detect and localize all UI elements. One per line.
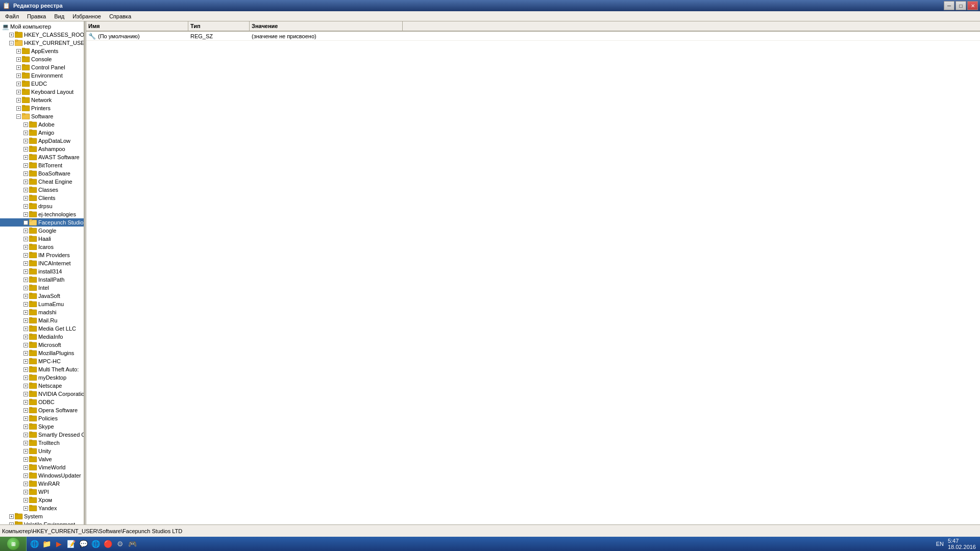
- tree-item[interactable]: + Хром: [0, 496, 84, 504]
- taskbar-settings[interactable]: ⚙: [114, 538, 126, 549]
- tree-item-label: Environment: [31, 72, 63, 79]
- tree-item[interactable]: + Microsoft: [0, 341, 84, 349]
- tree-item[interactable]: + Clients: [0, 194, 84, 202]
- tree-item[interactable]: + Adobe: [0, 120, 84, 129]
- tree-item[interactable]: + Keyboard Layout: [0, 88, 84, 96]
- menu-help[interactable]: Справка: [105, 12, 135, 20]
- taskbar-explorer[interactable]: 📁: [41, 538, 52, 549]
- svg-rect-91: [29, 399, 32, 400]
- tree-item[interactable]: + drpsu: [0, 202, 84, 210]
- tree-item-label: NVIDIA Corporatio: [38, 391, 84, 397]
- registry-tree[interactable]: 💻Мой компьютер+ HKEY_CLASSES_ROOT− HKEY_…: [0, 21, 84, 524]
- tree-item[interactable]: 💻Мой компьютер: [0, 22, 84, 31]
- tree-item[interactable]: + Mail.Ru: [0, 316, 84, 324]
- svg-rect-43: [29, 203, 32, 205]
- tree-item[interactable]: + AppEvents: [0, 47, 84, 55]
- tree-item[interactable]: + HKEY_CLASSES_ROOT: [0, 31, 84, 39]
- maximize-button[interactable]: □: [955, 1, 966, 10]
- taskbar-skype[interactable]: 💬: [78, 538, 89, 549]
- tree-item[interactable]: + BitTorrent: [0, 161, 84, 169]
- taskbar-ie[interactable]: 🌐: [29, 538, 40, 549]
- column-type-header[interactable]: Тип: [188, 21, 250, 31]
- tree-item[interactable]: + INCAInternet: [0, 259, 84, 267]
- tree-item[interactable]: + MediaInfo: [0, 333, 84, 341]
- tree-item[interactable]: + Haali: [0, 235, 84, 243]
- tree-item-label: WinRAR: [38, 481, 60, 487]
- tree-item[interactable]: + Media Get LLC: [0, 324, 84, 333]
- tree-item[interactable]: + Console: [0, 55, 84, 63]
- menu-view[interactable]: Вид: [50, 12, 68, 20]
- tree-item[interactable]: + WindowsUpdater: [0, 471, 84, 480]
- tree-item[interactable]: + LumaEmu: [0, 300, 84, 308]
- tree-item[interactable]: + Ashampoo: [0, 145, 84, 153]
- tree-item[interactable]: + myDesktop: [0, 373, 84, 382]
- start-button[interactable]: ⊞: [0, 537, 27, 551]
- tree-item[interactable]: + WinRAR: [0, 480, 84, 488]
- tree-item-label: Opera Software: [38, 407, 78, 413]
- tree-item[interactable]: + Valve: [0, 455, 84, 463]
- tree-item[interactable]: + VimeWorld: [0, 463, 84, 471]
- tree-item[interactable]: + Skype: [0, 422, 84, 431]
- tree-item[interactable]: + ej-technologies: [0, 210, 84, 218]
- tree-item[interactable]: + Intel: [0, 284, 84, 292]
- tree-item[interactable]: + WPI: [0, 488, 84, 496]
- tree-item[interactable]: + Multi Theft Auto:: [0, 365, 84, 373]
- svg-rect-113: [29, 489, 32, 490]
- tree-item[interactable]: + Printers: [0, 104, 84, 112]
- tree-item[interactable]: + Classes: [0, 186, 84, 194]
- tree-item[interactable]: + EUDC: [0, 80, 84, 88]
- tree-item[interactable]: + MPC-HC: [0, 357, 84, 365]
- tree-item[interactable]: + Google: [0, 227, 84, 235]
- menu-edit[interactable]: Правка: [23, 12, 50, 20]
- tree-item[interactable]: + Amigo: [0, 129, 84, 137]
- tree-item-label: HKEY_CLASSES_ROOT: [24, 32, 84, 38]
- tree-item[interactable]: + MozillaPlugins: [0, 349, 84, 357]
- tree-item[interactable]: + JavaSoft: [0, 292, 84, 300]
- minimize-button[interactable]: ─: [944, 1, 954, 10]
- tree-item[interactable]: + Yandex: [0, 504, 84, 512]
- tree-item[interactable]: + Cheat Engine: [0, 178, 84, 186]
- tree-item[interactable]: + Opera Software: [0, 406, 84, 414]
- tree-item[interactable]: + Policies: [0, 414, 84, 422]
- tree-item[interactable]: + Facepunch Studios: [0, 218, 84, 227]
- tree-item[interactable]: + install314: [0, 267, 84, 276]
- taskbar-word[interactable]: 📝: [65, 538, 77, 549]
- table-row[interactable]: 🔧 (По умолчанию) REG_SZ (значение не при…: [86, 32, 980, 41]
- tree-item[interactable]: − HKEY_CURRENT_USER: [0, 39, 84, 47]
- tree-item[interactable]: + InstallPath: [0, 276, 84, 284]
- tree-item[interactable]: + Control Panel: [0, 63, 84, 71]
- tree-item[interactable]: + Environment: [0, 71, 84, 80]
- taskbar-game[interactable]: 🎮: [127, 538, 138, 549]
- tree-item[interactable]: + System: [0, 512, 84, 520]
- tree-item[interactable]: + ODBC: [0, 398, 84, 406]
- tree-item[interactable]: + Smartly Dressed G: [0, 431, 84, 439]
- close-button[interactable]: ✕: [967, 1, 978, 10]
- tree-item[interactable]: + Netscape: [0, 382, 84, 390]
- tree-item[interactable]: + IM Providers: [0, 251, 84, 259]
- tree-item[interactable]: + AVAST Software: [0, 153, 84, 161]
- tree-item-label: Ashampoo: [38, 146, 65, 152]
- tree-item-label: AppDataLow: [38, 138, 70, 144]
- tree-item[interactable]: + Unity: [0, 447, 84, 455]
- svg-rect-5: [22, 48, 25, 49]
- column-value-header[interactable]: Значение: [250, 21, 403, 31]
- tree-item[interactable]: + Trolltech: [0, 439, 84, 447]
- column-name-header[interactable]: Имя: [86, 21, 188, 31]
- tree-item[interactable]: + AppDataLow: [0, 137, 84, 145]
- tree-item[interactable]: + NVIDIA Corporatio: [0, 390, 84, 398]
- menu-favorites[interactable]: Избранное: [68, 12, 105, 20]
- tree-item[interactable]: + Icaros: [0, 243, 84, 251]
- menu-file[interactable]: Файл: [1, 12, 23, 20]
- tree-item[interactable]: + Volatile Environment: [0, 520, 84, 524]
- tree-item[interactable]: − Software: [0, 112, 84, 120]
- svg-rect-93: [29, 407, 32, 409]
- tree-item-label: Smartly Dressed G: [38, 432, 84, 438]
- taskbar-opera[interactable]: 🔴: [102, 538, 113, 549]
- tree-item[interactable]: + Network: [0, 96, 84, 104]
- tree-item[interactable]: + madshi: [0, 308, 84, 316]
- tree-item-label: Amigo: [38, 130, 54, 136]
- tree-item-label: BitTorrent: [38, 162, 62, 168]
- taskbar-chrome[interactable]: 🌐: [90, 538, 101, 549]
- taskbar-media[interactable]: ▶: [53, 538, 64, 549]
- tree-item[interactable]: + BoaSoftware: [0, 169, 84, 178]
